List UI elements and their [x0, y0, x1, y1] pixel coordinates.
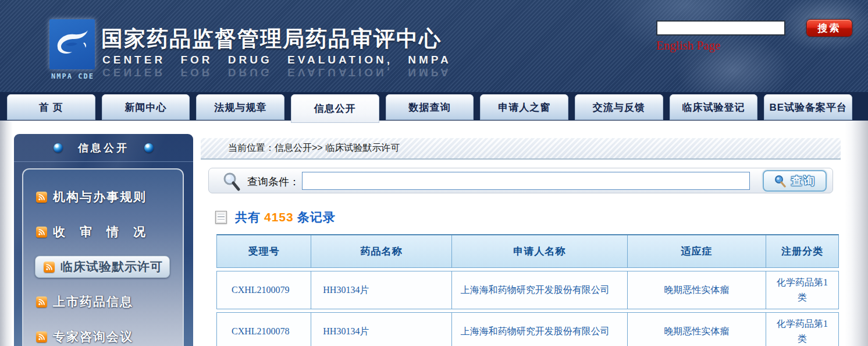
table-cell: 上海海和药物研究开发股份有限公司: [451, 271, 627, 309]
orb-icon: [54, 143, 63, 153]
site-search-input[interactable]: [656, 20, 785, 36]
query-label: 查询条件：: [247, 175, 300, 189]
records-count: 4153: [261, 210, 297, 224]
table-header-cell: 药品名称: [311, 235, 451, 267]
site-subtitle: CENTER FOR DRUG EVALUATION, NMPA: [102, 54, 451, 66]
rss-icon: [36, 296, 47, 308]
table-header-cell: 适应症: [627, 235, 766, 267]
table-header-cell: 受理号: [217, 235, 311, 267]
rss-icon: [44, 262, 55, 273]
sidebar-item-label: 专家咨询会议: [53, 329, 133, 345]
table-row: CXHL2100078HH30134片上海海和药物研究开发股份有限公司晚期恶性实…: [216, 312, 839, 346]
list-icon: [215, 211, 227, 224]
records-suffix: 条记录: [297, 210, 336, 224]
rss-icon: [36, 331, 47, 343]
site-title: 国家药品监督管理局药品审评中心: [101, 24, 442, 54]
sidebar-item-3[interactable]: 临床试验默示许可: [35, 256, 170, 278]
main-nav: 首 页新闻中心法规与规章信息公开数据查询申请人之窗交流与反馈临床试验登记BE试验…: [0, 92, 868, 121]
nmpa-cde-logo-icon: [49, 19, 95, 69]
cde-swoosh-icon: [54, 27, 90, 61]
nav-tab-5[interactable]: 数据查询: [386, 94, 474, 120]
table-row: CXHL2100079HH30134片上海海和药物研究开发股份有限公司晚期恶性实…: [216, 271, 839, 309]
nav-tab-9[interactable]: BE试验备案平台: [764, 94, 852, 120]
sidebar-header: 信息公开: [14, 134, 193, 162]
nav-tab-7[interactable]: 交流与反馈: [575, 94, 663, 120]
nav-tab-4[interactable]: 信息公开: [291, 94, 379, 123]
records-text: 共有4153条记录: [235, 209, 336, 225]
query-input[interactable]: [302, 172, 750, 190]
query-button-label: 查询: [791, 174, 816, 189]
sidebar-item-label: 上市药品信息: [53, 294, 133, 310]
nav-tab-2[interactable]: 新闻中心: [102, 94, 190, 120]
right-gutter: [845, 121, 868, 346]
table-header-cell: 注册分类: [766, 235, 838, 267]
sidebar-item-label: 临床试验默示许可: [61, 259, 163, 275]
sidebar-item-label: 机构与办事规则: [53, 189, 147, 205]
table-header-cell: 申请人名称: [451, 235, 627, 267]
query-panel: 查询条件： 查询: [208, 168, 833, 193]
rss-icon: [36, 227, 47, 238]
table-cell: 化学药品第1类: [766, 313, 838, 346]
nav-tab-6[interactable]: 申请人之窗: [480, 94, 568, 120]
nav-tabs: 首 页新闻中心法规与规章信息公开数据查询申请人之窗交流与反馈临床试验登记BE试验…: [7, 94, 852, 123]
site-subtitle-reflection: CENTER FOR DRUG EVALUATION, NMPA: [102, 66, 451, 79]
table-cell: 上海海和药物研究开发股份有限公司: [451, 313, 627, 346]
nav-tab-8[interactable]: 临床试验登记: [670, 94, 758, 120]
sidebar-menu: 机构与办事规则收 审 情 况临床试验默示许可上市药品信息专家咨询会议: [22, 168, 184, 346]
rss-icon: [36, 192, 47, 203]
table-cell: HH30134片: [311, 271, 451, 309]
table-header-row: 受理号药品名称申请人名称适应症注册分类: [216, 234, 839, 268]
site-banner: NMPA CDE 国家药品监督管理局药品审评中心 CENTER FOR DRUG…: [0, 0, 868, 92]
records-prefix: 共有: [235, 210, 261, 224]
left-gutter: [0, 121, 13, 346]
query-button[interactable]: 查询: [763, 170, 827, 192]
english-page-link[interactable]: English Page: [656, 38, 720, 53]
table-cell: HH30134片: [311, 313, 451, 346]
sidebar-item-2[interactable]: 收 审 情 况: [23, 221, 183, 243]
site-search-button[interactable]: 搜索: [806, 19, 852, 37]
table-cell: CXHL2100079: [217, 271, 311, 309]
table-cell: 化学药品第1类: [766, 271, 838, 309]
logo-caption: NMPA CDE: [44, 72, 102, 80]
sidebar-item-5[interactable]: 专家咨询会议: [23, 326, 183, 346]
results-table: 受理号药品名称申请人名称适应症注册分类CXHL2100079HH30134片上海…: [216, 234, 839, 346]
orb-icon: [144, 143, 154, 153]
page-body: 信息公开 机构与办事规则收 审 情 况临床试验默示许可上市药品信息专家咨询会议 …: [0, 121, 868, 346]
sidebar-item-1[interactable]: 机构与办事规则: [23, 186, 183, 208]
nav-tab-3[interactable]: 法规与规章: [196, 94, 284, 120]
sidebar-item-4[interactable]: 上市药品信息: [23, 291, 183, 313]
magnifier-icon: [774, 175, 787, 188]
table-cell: 晚期恶性实体瘤: [627, 313, 766, 346]
table-cell: 晚期恶性实体瘤: [627, 271, 766, 309]
magnifier-icon: [222, 171, 243, 192]
table-cell: CXHL2100078: [217, 313, 311, 346]
sidebar: 信息公开 机构与办事规则收 审 情 况临床试验默示许可上市药品信息专家咨询会议: [14, 134, 193, 346]
breadcrumb: 当前位置：信息公开>> 临床试验默示许可: [201, 138, 841, 160]
sidebar-item-label: 收 审 情 况: [53, 224, 147, 240]
records-summary: 共有4153条记录: [215, 209, 336, 225]
nav-tab-1[interactable]: 首 页: [7, 94, 95, 120]
sidebar-title: 信息公开: [78, 141, 129, 155]
